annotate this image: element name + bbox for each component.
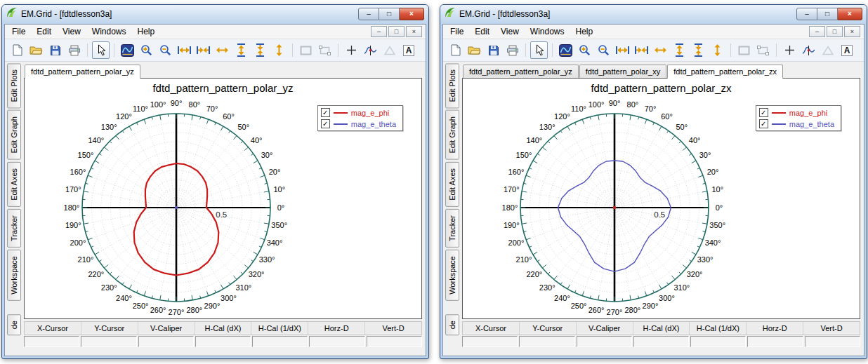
legend-label[interactable]: mag_e_theta <box>351 120 396 128</box>
menu-file[interactable]: File <box>6 25 31 38</box>
tracker-icon[interactable] <box>800 41 817 59</box>
legend-label[interactable]: mag_e_phi <box>351 109 389 117</box>
sidebar-tab-de[interactable]: de <box>445 314 459 335</box>
minimize-button[interactable]: – <box>796 8 817 20</box>
print-icon[interactable] <box>504 41 521 59</box>
mdi-restore-button[interactable]: □ <box>827 26 843 37</box>
angle-tick <box>689 154 691 155</box>
menu-edit[interactable]: Edit <box>469 25 495 38</box>
menu-view[interactable]: View <box>495 25 525 38</box>
pointer-icon[interactable] <box>92 41 110 59</box>
select-box-icon[interactable] <box>316 41 334 59</box>
save-icon[interactable] <box>46 41 64 59</box>
document-tab[interactable]: fdtd_pattern_polar_xy <box>579 65 666 78</box>
zoom-box-icon[interactable] <box>297 41 315 59</box>
sidebar-tab-edit-graph[interactable]: Edit Graph <box>445 110 459 160</box>
sidebar-tab-tracker[interactable]: Tracker <box>445 209 459 248</box>
titlebar[interactable]: EM.Grid - [fdtdlesson3a] – □ × <box>440 5 867 23</box>
full-y-icon[interactable] <box>270 41 288 59</box>
mdi-close-button[interactable]: × <box>406 26 422 37</box>
print-icon[interactable] <box>65 41 83 59</box>
expand-y-icon[interactable] <box>671 41 688 59</box>
legend-checkbox[interactable]: ✓ <box>321 108 330 117</box>
menu-help[interactable]: Help <box>132 25 161 38</box>
angle-tick-label: 200° <box>508 238 525 247</box>
full-y-icon[interactable] <box>709 41 726 59</box>
document-tab[interactable]: fdtd_pattern_pattern_polar_yz <box>25 65 140 79</box>
legend-checkbox[interactable]: ✓ <box>321 119 330 128</box>
legend-label[interactable]: mag_e_theta <box>789 120 834 128</box>
angle-tick <box>251 260 253 262</box>
select-box-icon[interactable] <box>754 41 772 59</box>
angle-tick <box>560 282 562 284</box>
sidebar-tab-edit-axes[interactable]: Edit Axes <box>7 162 21 207</box>
shrink-y-icon[interactable] <box>690 41 707 59</box>
close-button[interactable]: × <box>838 8 862 20</box>
shrink-x-icon[interactable] <box>633 41 650 59</box>
sidebar-tab-edit-axes[interactable]: Edit Axes <box>445 162 459 207</box>
shrink-x-icon[interactable] <box>195 41 212 59</box>
sidebar-tab-workspace[interactable]: Workspace <box>7 250 21 301</box>
triangle-icon[interactable] <box>381 41 398 59</box>
document-tab[interactable]: fdtd_pattern_pattern_polar_zx <box>667 65 783 79</box>
new-icon[interactable] <box>447 41 464 59</box>
angle-tick <box>264 191 269 192</box>
close-button[interactable]: × <box>400 8 424 20</box>
maximize-button[interactable]: □ <box>817 8 838 20</box>
shrink-y-icon[interactable] <box>251 41 269 59</box>
pointer-icon[interactable] <box>530 41 548 59</box>
zoom-in-icon[interactable] <box>576 41 593 59</box>
text-icon[interactable]: A <box>838 41 855 59</box>
mdi-minimize-button[interactable]: – <box>371 26 387 37</box>
angle-tick <box>104 265 107 268</box>
angle-tick-label: 270° <box>169 308 185 316</box>
document-tab[interactable]: fdtd_pattern_pattern_polar_yz <box>463 65 579 78</box>
zoom-all-icon[interactable] <box>119 41 136 59</box>
sidebar-tab-de[interactable]: de <box>7 314 21 335</box>
angle-tick <box>234 276 237 279</box>
expand-x-icon[interactable] <box>614 41 631 59</box>
zoom-out-icon[interactable] <box>595 41 612 59</box>
sidebar-tab-tracker[interactable]: Tracker <box>7 209 21 248</box>
full-x-icon[interactable] <box>652 41 669 59</box>
crosshair-icon[interactable] <box>781 41 798 59</box>
zoom-in-icon[interactable] <box>138 41 155 59</box>
mdi-restore-button[interactable]: □ <box>388 26 405 37</box>
legend-label[interactable]: mag_e_phi <box>789 109 827 117</box>
titlebar[interactable]: EM.Grid - [fdtdlesson3a] – □ × <box>2 5 428 23</box>
full-x-icon[interactable] <box>213 41 231 59</box>
mdi-close-button[interactable]: × <box>844 26 860 37</box>
triangle-icon[interactable] <box>819 41 836 59</box>
grid-spoke <box>160 208 176 300</box>
sidebar-tab-edit-plots[interactable]: Edit Plots <box>7 63 21 108</box>
sidebar-tab-workspace[interactable]: Workspace <box>445 250 459 301</box>
menu-view[interactable]: View <box>57 25 86 38</box>
menu-windows[interactable]: Windows <box>525 25 570 38</box>
tracker-icon[interactable] <box>362 41 379 59</box>
angle-tick <box>99 260 101 262</box>
menu-windows[interactable]: Windows <box>86 25 132 38</box>
save-icon[interactable] <box>485 41 502 59</box>
menu-file[interactable]: File <box>445 25 469 38</box>
mdi-minimize-button[interactable]: – <box>809 26 825 37</box>
sidebar-tab-edit-plots[interactable]: Edit Plots <box>445 63 459 108</box>
zoom-box-icon[interactable] <box>735 41 753 59</box>
open-icon[interactable] <box>27 41 45 59</box>
menu-help[interactable]: Help <box>570 25 599 38</box>
open-icon[interactable] <box>466 41 483 59</box>
crosshair-icon[interactable] <box>343 41 360 59</box>
legend-checkbox[interactable]: ✓ <box>759 108 768 117</box>
minimize-button[interactable]: – <box>358 8 379 20</box>
angle-tick-label: 330° <box>259 255 275 264</box>
zoom-out-icon[interactable] <box>157 41 174 59</box>
expand-x-icon[interactable] <box>176 41 193 59</box>
text-icon[interactable]: A <box>400 41 417 59</box>
new-icon[interactable] <box>8 41 26 59</box>
maximize-button[interactable]: □ <box>379 8 400 20</box>
legend-checkbox[interactable]: ✓ <box>759 119 768 128</box>
sidebar-tab-edit-graph[interactable]: Edit Graph <box>7 110 21 160</box>
expand-y-icon[interactable] <box>232 41 250 59</box>
zoom-all-icon[interactable] <box>557 41 574 59</box>
menu-edit[interactable]: Edit <box>31 25 57 38</box>
status-value-cell <box>519 336 574 347</box>
